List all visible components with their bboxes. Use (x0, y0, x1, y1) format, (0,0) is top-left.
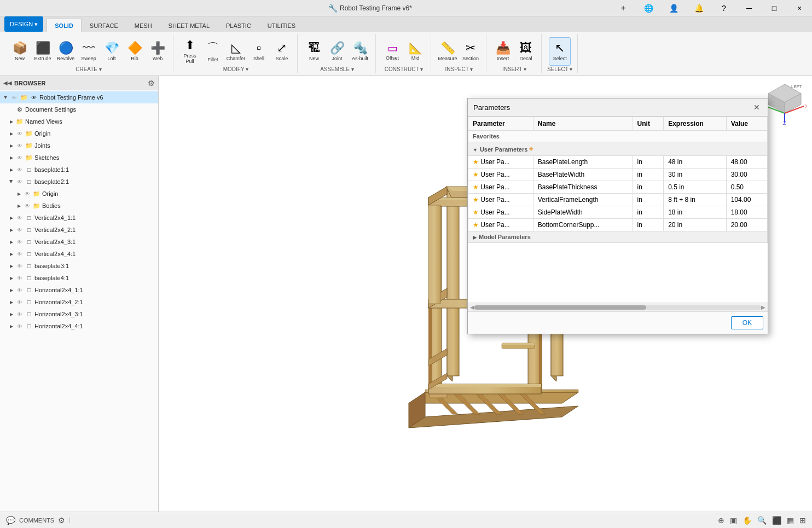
decal-btn[interactable]: 🖼 Decal (515, 37, 537, 66)
close-button[interactable]: × (787, 0, 812, 16)
param-col-1-4[interactable]: 48 in (664, 156, 727, 169)
scroll-right-btn[interactable]: ▶ (761, 304, 765, 310)
sweep-btn[interactable]: 〰 Sweep (78, 37, 100, 66)
param-col-3-3[interactable]: in (633, 181, 664, 194)
param-col-2-3[interactable]: in (633, 169, 664, 181)
viewport[interactable]: X Y Z LEFT Parameters ✕ Parameter (159, 76, 812, 512)
view-cube-icon[interactable]: ▣ (728, 515, 739, 526)
section-user-params[interactable]: ▼User Parameters+ (468, 142, 768, 156)
tree-vertical2[interactable]: ▶ 👁 □ Vertical2x4_2:1 (0, 224, 158, 236)
midplane-btn[interactable]: 📐 Mid (404, 37, 426, 66)
insert-btn[interactable]: 📥 Insert (492, 37, 514, 66)
tree-bp2-origin[interactable]: ▶ 👁 📁 Origin (0, 188, 158, 200)
param-col-1-2[interactable]: BasePlateLength (533, 156, 633, 169)
construct-label[interactable]: CONSTRUCT ▾ (385, 66, 423, 73)
chamfer-btn[interactable]: ◺ Chamfer (225, 37, 247, 66)
star-2[interactable]: ★ (473, 171, 479, 178)
vertical4-eye-icon[interactable]: 👁 (15, 250, 24, 258)
star-1[interactable]: ★ (473, 158, 479, 166)
star-4[interactable]: ★ (473, 196, 479, 204)
tree-origin[interactable]: ▶ 👁 📁 Origin (0, 127, 158, 140)
rib-btn[interactable]: 🔶 Rib (124, 37, 146, 66)
param-col-2-2[interactable]: BasePlateWidth (533, 169, 633, 181)
loft-btn[interactable]: 💎 Loft (101, 37, 123, 66)
navigate-icon[interactable]: ⊕ (716, 515, 726, 526)
joint-btn[interactable]: 🔗 Joint (326, 37, 348, 66)
horizontal2-eye-icon[interactable]: 👁 (15, 298, 24, 306)
baseplate3-eye-icon[interactable]: 👁 (15, 262, 24, 270)
create-label[interactable]: CREATE ▾ (76, 66, 102, 73)
param-col-5-2[interactable]: SidePlateWidth (533, 206, 633, 219)
tree-vertical1[interactable]: ▶ 👁 □ Vertical2x4_1:1 (0, 212, 158, 224)
tree-baseplate4[interactable]: ▶ 👁 □ baseplate4:1 (0, 272, 158, 284)
tab-plastic[interactable]: PLASTIC (218, 19, 259, 32)
measure-btn[interactable]: 📏 Measure (437, 37, 459, 66)
tree-vertical4[interactable]: ▶ 👁 □ Vertical2x4_4:1 (0, 248, 158, 260)
comments-settings-icon[interactable]: ⚙ (56, 515, 67, 526)
tree-baseplate1[interactable]: ▶ 👁 □ baseplate1:1 (0, 164, 158, 176)
tab-surface[interactable]: SURFACE (82, 19, 126, 32)
bp2-origin-eye-icon[interactable]: 👁 (23, 189, 32, 198)
ok-button[interactable]: OK (731, 316, 763, 329)
tab-add-button[interactable]: + (611, 0, 636, 16)
param-col-5-3[interactable]: in (633, 206, 664, 219)
scrollbar-thumb[interactable] (474, 305, 646, 310)
revolve-btn[interactable]: 🔵 Revolve (55, 37, 77, 66)
section-btn[interactable]: ✂ Section (460, 37, 482, 66)
vertical1-eye-icon[interactable]: 👁 (15, 213, 24, 222)
root-eye-icon[interactable]: 👁 (30, 93, 38, 102)
tree-horizontal3[interactable]: ▶ 👁 □ Horizontal2x4_3:1 (0, 308, 158, 320)
scroll-left-btn[interactable]: ◀ (470, 304, 474, 310)
minimize-button[interactable]: ─ (736, 0, 762, 16)
tree-horizontal4[interactable]: ▶ 👁 □ Horizontal2x4_4:1 (0, 320, 158, 332)
params-scrollbar[interactable]: ◀ ▶ (468, 303, 768, 311)
design-dropdown[interactable]: DESIGN ▾ (4, 16, 43, 32)
scrollbar-track[interactable] (474, 305, 761, 310)
horizontal4-eye-icon[interactable]: 👁 (15, 322, 24, 330)
params-table-wrap[interactable]: Parameter Name Unit Expression Value Fav… (468, 117, 768, 303)
tree-horizontal2[interactable]: ▶ 👁 □ Horizontal2x4_2:1 (0, 296, 158, 308)
joints-eye-icon[interactable]: 👁 (15, 141, 24, 150)
tab-solid[interactable]: SOLID (47, 19, 82, 32)
param-col-6-2[interactable]: BottomCornerSupp... (533, 219, 633, 231)
tree-vertical3[interactable]: ▶ 👁 □ Vertical2x4_3:1 (0, 236, 158, 248)
zoom-icon[interactable]: 🔍 (756, 515, 768, 526)
asbuilt-btn[interactable]: 🔩 As-built (349, 37, 371, 66)
param-col-3-4[interactable]: 0.5 in (664, 181, 727, 194)
tree-joints[interactable]: ▶ 👁 📁 Joints (0, 140, 158, 152)
insert-label[interactable]: INSERT ▾ (502, 66, 526, 73)
press-pull-btn[interactable]: ⬆ Press Pull (179, 37, 201, 66)
baseplate2-eye-icon[interactable]: 👁 (15, 177, 24, 186)
baseplate1-eye-icon[interactable]: 👁 (15, 165, 24, 174)
tree-sketches[interactable]: ▶ 👁 📁 Sketches (0, 152, 158, 164)
horizontal3-eye-icon[interactable]: 👁 (15, 310, 24, 318)
bp2-bodies-eye-icon[interactable]: 👁 (23, 201, 32, 210)
tab-mesh[interactable]: MESH (126, 19, 160, 32)
star-5[interactable]: ★ (473, 208, 479, 216)
sketches-eye-icon[interactable]: 👁 (15, 153, 24, 162)
user-button[interactable]: 👤 (661, 0, 686, 16)
tree-baseplate2[interactable]: ▶ 👁 □ baseplate2:1 (0, 176, 158, 188)
param-col-3-2[interactable]: BasePlateThickness (533, 181, 633, 194)
grid-icon[interactable]: ⊞ (798, 515, 808, 526)
param-col-6-3[interactable]: in (633, 219, 664, 231)
select-label[interactable]: SELECT ▾ (547, 66, 573, 73)
select-btn[interactable]: ↖ Select (549, 37, 571, 66)
maximize-button[interactable]: □ (762, 0, 787, 16)
params-close-button[interactable]: ✕ (751, 102, 762, 113)
vertical3-eye-icon[interactable]: 👁 (15, 237, 24, 246)
vertical2-eye-icon[interactable]: 👁 (15, 225, 24, 234)
tree-baseplate3[interactable]: ▶ 👁 □ baseplate3:1 (0, 260, 158, 272)
tree-doc-settings[interactable]: ▶ ⚙ Document Settings (0, 103, 158, 115)
tree-root[interactable]: ▶ ✏ 📁 👁 Robot Testing Frame v6 (0, 91, 158, 103)
pan-icon[interactable]: ✋ (741, 515, 753, 526)
fillet-btn[interactable]: ⌒ Fillet (202, 37, 224, 66)
baseplate4-eye-icon[interactable]: 👁 (15, 274, 24, 282)
scale-btn[interactable]: ⤢ Scale (271, 37, 293, 66)
param-col-4-3[interactable]: in (633, 194, 664, 206)
browser-collapse[interactable]: ◀◀ (3, 80, 12, 86)
tab-utilities[interactable]: UTILITIES (259, 19, 304, 32)
new-component-btn[interactable]: 📦 New (9, 37, 31, 66)
tree-horizontal1[interactable]: ▶ 👁 □ Horizontal2x4_1:1 (0, 284, 158, 296)
shell-btn[interactable]: ▫ Shell (248, 37, 270, 66)
